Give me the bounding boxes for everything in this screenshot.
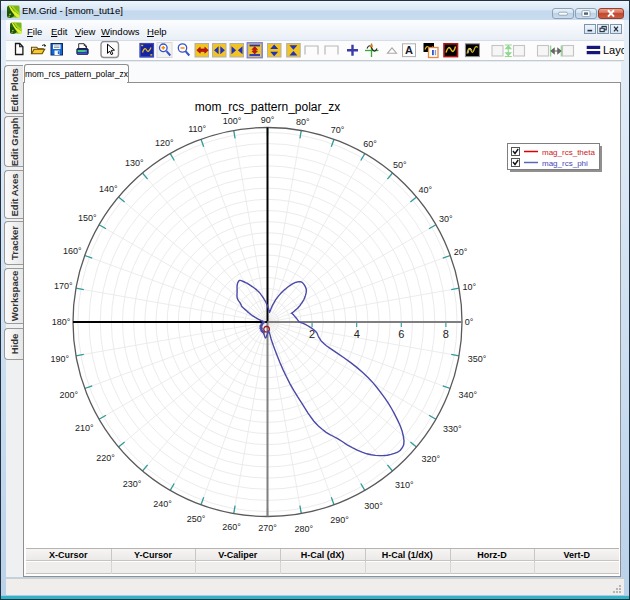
svg-text:60°: 60° <box>363 139 377 149</box>
svg-text:190°: 190° <box>51 354 70 364</box>
svg-text:120°: 120° <box>155 138 174 148</box>
svg-text:8: 8 <box>443 328 449 340</box>
svg-text:4: 4 <box>354 328 360 340</box>
svg-text:200°: 200° <box>60 390 79 400</box>
svg-text:Layout: Layout <box>603 44 624 56</box>
svg-text:240°: 240° <box>153 499 172 509</box>
svg-text:40°: 40° <box>418 185 432 195</box>
svg-text:230°: 230° <box>123 479 142 489</box>
svg-text:70°: 70° <box>331 125 345 135</box>
svg-text:280°: 280° <box>295 524 314 534</box>
svg-text:90°: 90° <box>261 115 275 125</box>
svg-text:mag_rcs_theta: mag_rcs_theta <box>542 148 595 157</box>
svg-text:mag_rcs_phi: mag_rcs_phi <box>542 159 588 168</box>
svg-text:100°: 100° <box>223 116 242 126</box>
svg-text:310°: 310° <box>395 480 414 490</box>
svg-text:300°: 300° <box>364 501 383 511</box>
svg-text:0°: 0° <box>465 317 474 327</box>
svg-text:250°: 250° <box>187 514 206 524</box>
svg-text:160°: 160° <box>63 246 82 256</box>
svg-text:6: 6 <box>398 328 404 340</box>
svg-text:140°: 140° <box>99 184 118 194</box>
svg-text:180°: 180° <box>52 317 71 327</box>
svg-text:10°: 10° <box>462 282 476 292</box>
svg-text:340°: 340° <box>459 390 478 400</box>
svg-text:110°: 110° <box>188 124 206 134</box>
svg-text:mom_rcs_pattern_polar_zx: mom_rcs_pattern_polar_zx <box>195 100 340 114</box>
svg-text:260°: 260° <box>222 522 241 532</box>
svg-text:150°: 150° <box>78 213 97 223</box>
svg-text:290°: 290° <box>330 515 349 525</box>
svg-text:170°: 170° <box>54 281 73 291</box>
svg-text:130°: 130° <box>125 158 144 168</box>
svg-text:210°: 210° <box>75 423 94 433</box>
svg-text:A: A <box>405 44 413 56</box>
svg-text:320°: 320° <box>422 454 441 464</box>
svg-text:330°: 330° <box>443 424 462 434</box>
svg-text:80°: 80° <box>296 117 310 127</box>
svg-text:350°: 350° <box>468 354 487 364</box>
svg-text:30°: 30° <box>439 214 453 224</box>
svg-text:20°: 20° <box>454 247 468 257</box>
svg-text:220°: 220° <box>96 453 115 463</box>
svg-text:270°: 270° <box>258 523 277 533</box>
svg-text:50°: 50° <box>393 160 407 170</box>
